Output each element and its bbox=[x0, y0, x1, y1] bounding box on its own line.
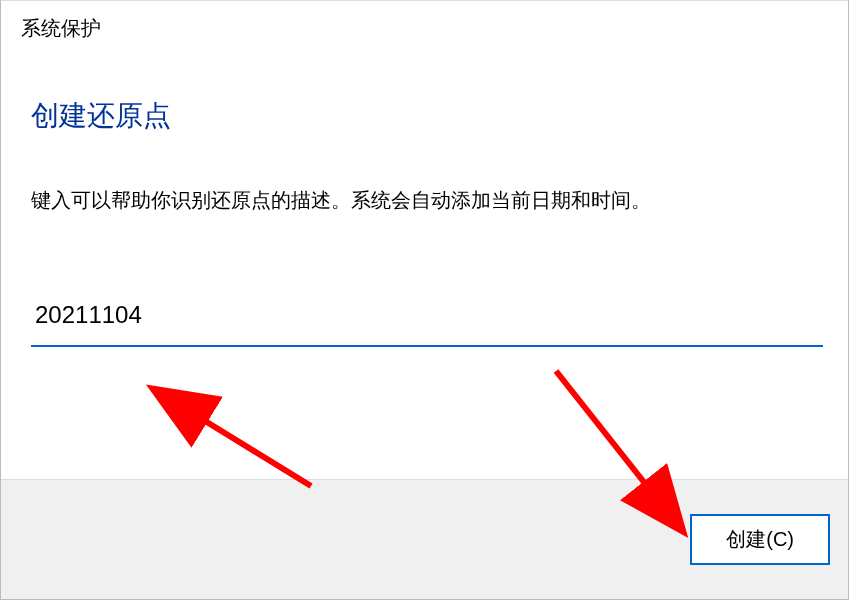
dialog-footer: 创建(C) bbox=[1, 479, 848, 599]
dialog-heading: 创建还原点 bbox=[31, 97, 823, 135]
restore-point-description-input[interactable] bbox=[31, 295, 823, 347]
content-area: 创建还原点 键入可以帮助你识别还原点的描述。系统会自动添加当前日期和时间。 bbox=[1, 42, 848, 347]
arrow-to-create-button bbox=[556, 371, 651, 491]
create-button[interactable]: 创建(C) bbox=[690, 514, 830, 565]
arrow-to-input bbox=[197, 416, 311, 486]
dialog-window: 系统保护 创建还原点 键入可以帮助你识别还原点的描述。系统会自动添加当前日期和时… bbox=[0, 0, 849, 600]
dialog-description: 键入可以帮助你识别还原点的描述。系统会自动添加当前日期和时间。 bbox=[31, 185, 823, 215]
window-title: 系统保护 bbox=[1, 1, 848, 42]
